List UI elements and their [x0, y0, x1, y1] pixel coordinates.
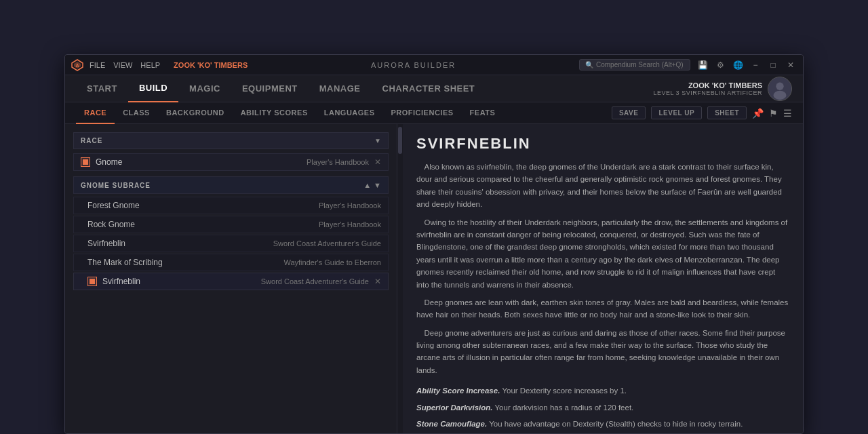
nav-user-info: ZOOK 'KO' TIMBERS LEVEL 3 SVIRFNEBLIN AR… — [653, 81, 762, 96]
info-para-1: Owing to the hostility of their Underdar… — [416, 216, 789, 291]
nav-avatar — [768, 77, 792, 101]
subrace-name-scribing: The Mark of Scribing — [87, 258, 283, 267]
sheet-button[interactable]: SHEET — [707, 106, 747, 119]
menu-view[interactable]: VIEW — [113, 61, 132, 69]
selected-subrace-name: Svirfneblin — [102, 277, 261, 286]
level-up-button[interactable]: LEVEL UP — [651, 106, 702, 119]
close-btn[interactable]: ✕ — [784, 58, 797, 72]
app-window: A FILE VIEW HELP ZOOK 'KO' TIMBERS AUROR… — [64, 54, 804, 434]
right-panel: SVIRFNEBLIN Also known as svirfneblin, t… — [403, 124, 803, 433]
trait-text-1: Your darkvision has a radius of 120 feet… — [494, 403, 633, 412]
nav-user: ZOOK 'KO' TIMBERS LEVEL 3 SVIRFNEBLIN AR… — [653, 77, 792, 101]
race-section-header[interactable]: RACE ▼ — [73, 132, 389, 149]
trait-name-0: Ability Score Increase. — [416, 387, 500, 395]
save-icon-btn[interactable]: 💾 — [696, 58, 709, 72]
avatar-image — [768, 77, 791, 101]
globe-icon-btn[interactable]: 🌐 — [731, 58, 745, 72]
subrace-item-forest-gnome[interactable]: Forest Gnome Player's Handbook — [73, 197, 389, 214]
selected-race-item[interactable]: Gnome Player's Handbook ✕ — [73, 153, 389, 171]
subnav-proficiencies[interactable]: PROFICIENCIES — [383, 102, 462, 124]
subrace-name-rock: Rock Gnome — [87, 220, 319, 229]
minimize-btn[interactable]: − — [749, 58, 762, 72]
trait-stone-camouflage: Stone Camouflage. You have advantage on … — [416, 418, 789, 430]
nav-build[interactable]: BUILD — [128, 75, 178, 102]
desktop: A FILE VIEW HELP ZOOK 'KO' TIMBERS AUROR… — [0, 0, 868, 434]
svg-point-5 — [774, 90, 787, 99]
subrace-item-rock-gnome[interactable]: Rock Gnome Player's Handbook — [73, 216, 389, 233]
subnav-race[interactable]: RACE — [76, 102, 115, 124]
menu-icon[interactable]: ☰ — [783, 108, 792, 119]
titlebar-character-name[interactable]: ZOOK 'KO' TIMBERS — [174, 61, 248, 69]
nav-manage[interactable]: MANAGE — [309, 75, 372, 102]
titlebar-menu: FILE VIEW HELP ZOOK 'KO' TIMBERS — [90, 61, 248, 69]
subrace-section: GNOME SUBRACE ▲ ▼ Forest Gnome Player's … — [73, 176, 389, 290]
left-panel-scrollbar[interactable] — [397, 124, 403, 433]
subrace-remove-icon[interactable]: ✕ — [374, 277, 381, 286]
subrace-collapse-icon[interactable]: ▲ — [363, 181, 371, 189]
compendium-search-box[interactable]: 🔍 — [579, 59, 690, 71]
subrace-source-forest: Player's Handbook — [319, 201, 381, 210]
trait-ability-score: Ability Score Increase. Your Dexterity s… — [416, 384, 789, 397]
maximize-btn[interactable]: □ — [766, 58, 780, 72]
info-para-2: Deep gnomes are lean with dark, earthen … — [416, 296, 789, 321]
selected-subrace-source: Sword Coast Adventurer's Guide — [261, 277, 369, 285]
subrace-check — [87, 277, 97, 286]
subnav-class[interactable]: CLASS — [115, 102, 158, 124]
app-logo: A — [71, 58, 84, 72]
race-check — [81, 157, 90, 167]
subnav-languages[interactable]: LANGUAGES — [316, 102, 383, 124]
trait-darkvision: Superior Darkvision. Your darkvision has… — [416, 401, 789, 414]
subnav-ability-scores[interactable]: ABILITY SCORES — [233, 102, 316, 124]
compendium-search-input[interactable] — [596, 61, 684, 68]
nav-character-sheet[interactable]: CHARACTER SHEET — [372, 75, 486, 102]
settings-icon-btn[interactable]: ⚙ — [713, 58, 727, 72]
nav-equipment[interactable]: EQUIPMENT — [231, 75, 309, 102]
nav-start[interactable]: START — [76, 75, 128, 102]
subrace-section-header[interactable]: GNOME SUBRACE ▲ ▼ — [73, 176, 389, 194]
trait-text-0: Your Dexterity score increases by 1. — [502, 387, 627, 395]
main-content: RACE ▼ Gnome Player's Handbook ✕ GNOME S… — [65, 124, 803, 433]
subrace-name-svirfneblin: Svirfneblin — [87, 239, 273, 248]
subrace-expand-icon[interactable]: ▼ — [374, 181, 381, 189]
race-name: Gnome — [96, 157, 307, 167]
subrace-source-rock: Player's Handbook — [319, 220, 381, 229]
main-navbar: START BUILD MAGIC EQUIPMENT MANAGE CHARA… — [65, 75, 803, 102]
race-remove-icon[interactable]: ✕ — [374, 157, 381, 167]
save-button[interactable]: SAVE — [612, 106, 646, 119]
race-check-inner — [83, 159, 88, 165]
subrace-item-mark-scribing[interactable]: The Mark of Scribing Wayfinder's Guide t… — [73, 254, 389, 271]
subnav-feats[interactable]: FEATS — [462, 102, 504, 124]
nav-magic[interactable]: MAGIC — [178, 75, 231, 102]
subrace-name-forest: Forest Gnome — [87, 201, 319, 210]
race-chevron-icon: ▼ — [374, 137, 381, 144]
race-section-label: RACE — [81, 137, 102, 144]
race-source: Player's Handbook — [307, 158, 369, 166]
menu-help[interactable]: HELP — [140, 61, 160, 69]
titlebar-controls: 💾 ⚙ 🌐 − □ ✕ — [696, 58, 797, 72]
pin-icon[interactable]: 📌 — [752, 108, 764, 119]
left-panel: RACE ▼ Gnome Player's Handbook ✕ GNOME S… — [65, 124, 397, 433]
traits-section: Ability Score Increase. Your Dexterity s… — [416, 384, 789, 433]
subrace-section-label: GNOME SUBRACE — [81, 182, 151, 189]
subnav-actions: SAVE LEVEL UP SHEET 📌 ⚑ ☰ — [612, 106, 792, 119]
bookmark-icon[interactable]: ⚑ — [769, 108, 778, 119]
subnav-background[interactable]: BACKGROUND — [158, 102, 233, 124]
selected-subrace-item[interactable]: Svirfneblin Sword Coast Adventurer's Gui… — [73, 273, 389, 290]
titlebar: A FILE VIEW HELP ZOOK 'KO' TIMBERS AUROR… — [65, 55, 803, 75]
info-para-3: Deep gnome adventurers are just as curio… — [416, 327, 789, 377]
nav-user-name: ZOOK 'KO' TIMBERS — [653, 81, 762, 90]
trait-text-2: You have advantage on Dexterity (Stealth… — [489, 420, 743, 428]
search-icon: 🔍 — [585, 61, 593, 68]
menu-file[interactable]: FILE — [90, 61, 105, 69]
svg-point-4 — [776, 82, 783, 90]
info-para-0: Also known as svirfneblin, the deep gnom… — [416, 161, 789, 211]
info-description: Also known as svirfneblin, the deep gnom… — [416, 161, 789, 376]
trait-name-2: Stone Camouflage. — [416, 420, 487, 428]
subrace-header-icons: ▲ ▼ — [363, 181, 381, 189]
subrace-source-svirfneblin: Sword Coast Adventurer's Guide — [273, 239, 381, 248]
subnav: RACE CLASS BACKGROUND ABILITY SCORES LAN… — [65, 102, 803, 124]
subrace-item-svirfneblin[interactable]: Svirfneblin Sword Coast Adventurer's Gui… — [73, 235, 389, 252]
subrace-check-inner — [90, 279, 95, 284]
app-title: AURORA BUILDER — [248, 61, 579, 69]
nav-user-subtitle: LEVEL 3 SVIRFNEBLIN ARTIFICER — [653, 90, 762, 96]
